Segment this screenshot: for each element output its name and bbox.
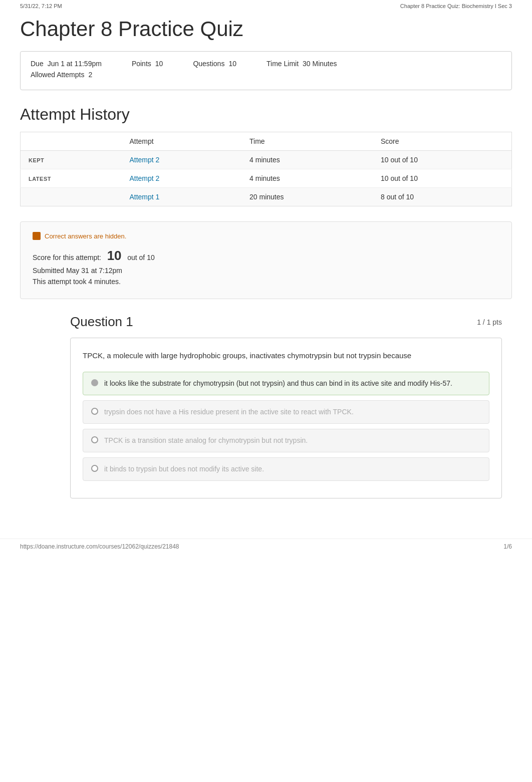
table-row: LATESTAttempt 24 minutes10 out of 10 [21, 169, 512, 188]
allowed-label: Allowed Attempts [31, 71, 84, 79]
score-line: Score for this attempt: 10 out of 10 [33, 248, 499, 264]
answer-option[interactable]: it looks like the substrate for chymotry… [83, 372, 489, 395]
questions-value: 10 [228, 60, 236, 68]
row-status: LATEST [21, 169, 122, 188]
answer-option[interactable]: TPCK is a transition state analog for ch… [83, 429, 489, 452]
question-box: TPCK, a molecule with large hydrophobic … [70, 338, 502, 498]
table-row: Attempt 120 minutes8 out of 10 [21, 188, 512, 206]
page-title: Chapter 8 Practice Quiz [20, 12, 512, 41]
question-title: Question 1 [70, 314, 133, 330]
row-status [21, 188, 122, 206]
radio-indicator [91, 408, 98, 415]
score-out-of: out of 10 [127, 253, 155, 262]
answer-options-container: it looks like the substrate for chymotry… [83, 372, 489, 481]
col-status [21, 132, 122, 151]
questions-label: Questions [193, 60, 224, 68]
notice-icon [33, 232, 41, 240]
row-time: 4 minutes [241, 151, 373, 169]
notice-text: Correct answers are hidden. [45, 232, 126, 240]
question-text: TPCK, a molecule with large hydrophobic … [83, 350, 489, 362]
answer-text: TPCK is a transition state analog for ch… [104, 435, 308, 446]
answer-option[interactable]: it binds to trypsin but does not modify … [83, 457, 489, 481]
row-attempt[interactable]: Attempt 2 [121, 151, 241, 169]
footer-url: https://doane.instructure.com/courses/12… [20, 543, 179, 550]
row-score: 10 out of 10 [373, 169, 512, 188]
answer-text: it looks like the substrate for chymotry… [104, 378, 452, 389]
due-value: Jun 1 at 11:59pm [48, 60, 102, 68]
submitted-line: Submitted May 31 at 7:12pm [33, 267, 499, 275]
allowed-value: 2 [88, 71, 92, 79]
row-score: 8 out of 10 [373, 188, 512, 206]
answer-text: it binds to trypsin but does not modify … [104, 464, 264, 474]
datetime-label: 5/31/22, 7:12 PM [20, 3, 62, 9]
points-label: Points [132, 60, 151, 68]
col-score: Score [373, 132, 512, 151]
row-score: 10 out of 10 [373, 151, 512, 169]
duration-line: This attempt took 4 minutes. [33, 278, 499, 286]
attempt-table: Attempt Time Score KEPTAttempt 24 minute… [20, 132, 512, 206]
col-time: Time [241, 132, 373, 151]
answer-option[interactable]: trypsin does not have a His residue pres… [83, 400, 489, 424]
score-number: 10 [107, 248, 122, 263]
time-limit-value: 30 Minutes [303, 60, 337, 68]
bottom-bar: https://doane.instructure.com/courses/12… [0, 539, 532, 554]
question-section: Question 1 1 / 1 pts TPCK, a molecule wi… [70, 314, 502, 498]
answer-text: trypsin does not have a His residue pres… [104, 407, 354, 417]
correct-answers-notice: Correct answers are hidden. [33, 232, 499, 240]
row-time: 20 minutes [241, 188, 373, 206]
attempt-history-title: Attempt History [20, 105, 512, 124]
question-pts: 1 / 1 pts [477, 318, 502, 326]
table-row: KEPTAttempt 24 minutes10 out of 10 [21, 151, 512, 169]
row-time: 4 minutes [241, 169, 373, 188]
score-label: Score for this attempt: [33, 253, 101, 262]
course-page-title: Chapter 8 Practice Quiz: Biochemistry I … [400, 3, 512, 9]
footer-page: 1/6 [503, 543, 512, 550]
row-attempt[interactable]: Attempt 1 [121, 188, 241, 206]
score-section: Correct answers are hidden. Score for th… [20, 221, 512, 299]
row-attempt[interactable]: Attempt 2 [121, 169, 241, 188]
radio-indicator [91, 465, 98, 472]
time-limit-label: Time Limit [267, 60, 299, 68]
attempt-history-section: Attempt History Attempt Time Score KEPTA… [20, 105, 512, 206]
question-header: Question 1 1 / 1 pts [70, 314, 502, 330]
radio-indicator [91, 379, 98, 386]
row-status: KEPT [21, 151, 122, 169]
quiz-info-box: Due Jun 1 at 11:59pm Points 10 Questions… [20, 51, 512, 90]
radio-indicator [91, 436, 98, 443]
due-label: Due [31, 60, 44, 68]
col-attempt: Attempt [121, 132, 241, 151]
points-value: 10 [155, 60, 163, 68]
